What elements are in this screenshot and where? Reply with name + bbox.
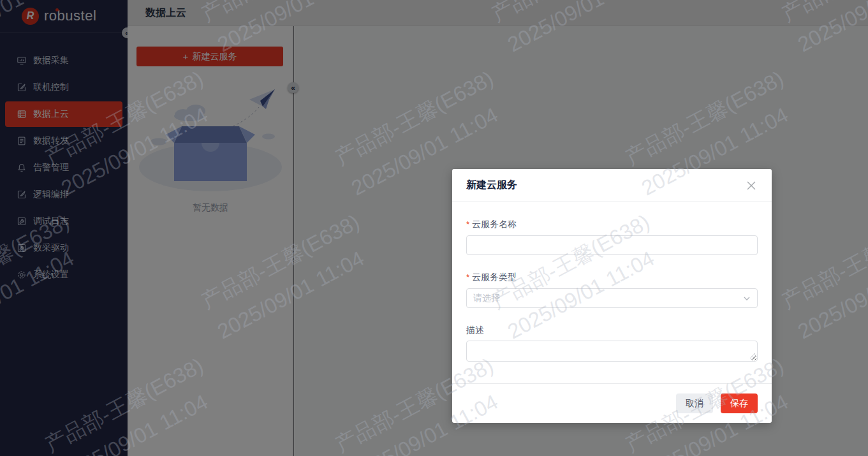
- field-label: 描述: [466, 323, 758, 336]
- required-asterisk: *: [466, 219, 469, 229]
- required-asterisk: *: [466, 272, 469, 282]
- field-cloud-service-type: *云服务类型 请选择: [466, 270, 758, 308]
- modal-close-button[interactable]: [744, 178, 759, 193]
- chevron-down-icon: [742, 294, 751, 303]
- cloud-service-name-input[interactable]: [466, 235, 758, 255]
- field-cloud-service-name: *云服务名称: [466, 217, 758, 255]
- field-label: *云服务类型: [466, 270, 758, 284]
- description-textarea[interactable]: [466, 341, 758, 362]
- select-placeholder: 请选择: [473, 293, 500, 304]
- modal-footer: 取消 保存: [452, 383, 772, 423]
- field-label: *云服务名称: [466, 217, 758, 231]
- field-description: 描述: [466, 323, 758, 362]
- new-cloud-service-modal: 新建云服务 *云服务名称 *云服务类型 请选择: [452, 169, 772, 423]
- close-icon: [745, 179, 758, 192]
- cancel-button[interactable]: 取消: [676, 393, 713, 413]
- modal-header: 新建云服务: [452, 169, 772, 202]
- cloud-service-type-select[interactable]: 请选择: [466, 288, 758, 308]
- field-label-text: 云服务类型: [472, 272, 517, 282]
- field-label-text: 云服务名称: [472, 219, 517, 229]
- modal-title: 新建云服务: [466, 179, 517, 192]
- modal-body: *云服务名称 *云服务类型 请选择 描述: [452, 202, 772, 383]
- field-label-text: 描述: [466, 325, 484, 335]
- save-button[interactable]: 保存: [721, 393, 758, 413]
